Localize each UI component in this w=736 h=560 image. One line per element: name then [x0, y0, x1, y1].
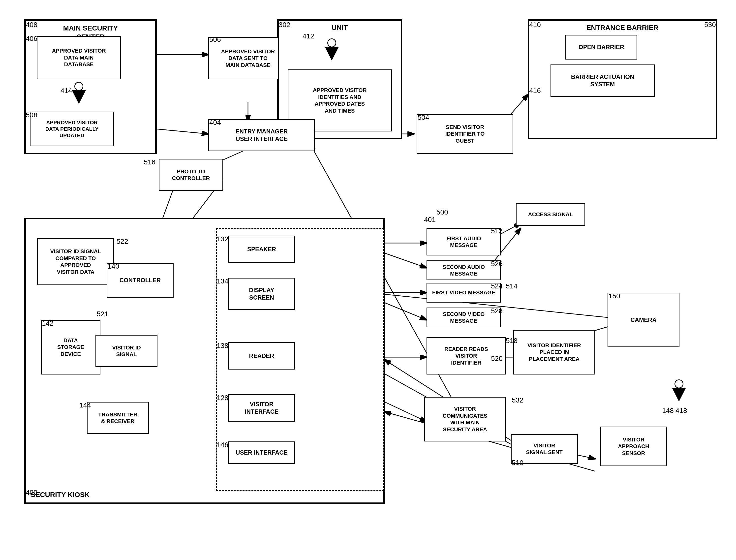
entry-manager-ui-box: ENTRY MANAGER USER INTERFACE [208, 119, 315, 151]
number-140: 140 [108, 262, 119, 270]
number-406: 406 [26, 35, 37, 43]
number-504: 504 [418, 114, 429, 122]
number-500: 500 [436, 208, 448, 216]
visitor-id-signal-box: VISITOR ID SIGNAL [95, 335, 157, 367]
visitor-identifier-placed-box: VISITOR IDENTIFIER PLACED IN PLACEMENT A… [513, 330, 595, 374]
number-138: 138 [217, 342, 228, 350]
second-audio-message-box: SECOND AUDIO MESSAGE [427, 260, 501, 280]
number-416: 416 [529, 87, 541, 95]
svg-line-36 [156, 129, 208, 134]
number-532: 532 [512, 396, 523, 404]
display-screen-box: DISPLAY SCREEN [228, 278, 295, 310]
number-144: 144 [79, 401, 91, 409]
number-514: 514 [506, 282, 518, 290]
visitor-id-compared-box: VISITOR ID SIGNAL COMPARED TO APPROVED V… [37, 238, 114, 285]
data-storage-box: DATA STORAGE DEVICE [41, 320, 100, 374]
number-408: 408 [26, 21, 37, 29]
number-522: 522 [117, 238, 128, 246]
svg-line-21 [384, 253, 427, 268]
speaker-box: SPEAKER [228, 236, 295, 263]
number-404: 404 [209, 119, 221, 126]
photo-to-controller-box: PHOTO TO CONTROLLER [159, 159, 223, 191]
number-516: 516 [144, 158, 155, 166]
number-520: 520 [491, 355, 503, 363]
number-146: 146 [217, 441, 228, 449]
number-510: 510 [512, 459, 523, 467]
person-414 [72, 82, 86, 104]
visitor-interface-box: VISITOR INTERFACE [228, 394, 295, 422]
open-barrier-box: OPEN BARRIER [565, 35, 637, 60]
approved-visitor-updated-box: APPROVED VISITOR DATA PERIODICALLY UPDAT… [30, 112, 114, 146]
first-video-message-box: FIRST VIDEO MESSAGE [427, 283, 501, 303]
number-526: 526 [491, 260, 503, 268]
number-410: 410 [529, 21, 541, 29]
number-524: 524 [491, 282, 503, 290]
barrier-actuation-box: BARRIER ACTUATION SYSTEM [551, 64, 655, 97]
number-412: 412 [303, 32, 314, 40]
svg-line-23 [384, 303, 427, 320]
number-530: 530 [704, 21, 716, 29]
number-134: 134 [217, 277, 228, 285]
visitor-approach-sensor-box: VISITOR APPROACH SENSOR [600, 427, 667, 466]
person-visitor [672, 379, 686, 402]
number-512: 512 [491, 227, 503, 235]
number-418: 418 [675, 407, 687, 415]
number-142: 142 [42, 319, 54, 327]
number-521: 521 [97, 310, 108, 318]
number-148: 148 [662, 407, 674, 415]
send-visitor-id-box: SEND VISITOR IDENTIFIER TO GUEST [417, 114, 513, 154]
reader-box: READER [228, 342, 295, 370]
second-video-message-box: SECOND VIDEO MESSAGE [427, 308, 501, 327]
number-128: 128 [217, 394, 228, 402]
number-508: 508 [26, 111, 37, 119]
number-518: 518 [506, 337, 518, 345]
first-audio-message-box: FIRST AUDIO MESSAGE [427, 228, 501, 255]
visitor-communicates-box: VISITOR COMMUNICATES WITH MAIN SECURITY … [424, 397, 506, 441]
camera-box: CAMERA [608, 293, 679, 347]
number-414: 414 [61, 87, 72, 95]
person-unit [325, 38, 339, 61]
number-506: 506 [209, 36, 221, 44]
user-interface-box: USER INTERFACE [228, 441, 295, 464]
number-400: 400 [26, 489, 37, 497]
number-150: 150 [609, 292, 620, 300]
svg-line-25 [384, 402, 427, 422]
transmitter-box: TRANSMITTER & RECEIVER [87, 402, 149, 434]
number-401: 401 [424, 216, 436, 224]
approved-visitor-main-db-box: APPROVED VISITOR DATA MAIN DATABASE [37, 36, 121, 79]
access-signal-box: ACCESS SIGNAL [516, 203, 585, 226]
number-528: 528 [491, 307, 503, 315]
number-302: 302 [279, 21, 290, 29]
number-132: 132 [217, 235, 228, 243]
